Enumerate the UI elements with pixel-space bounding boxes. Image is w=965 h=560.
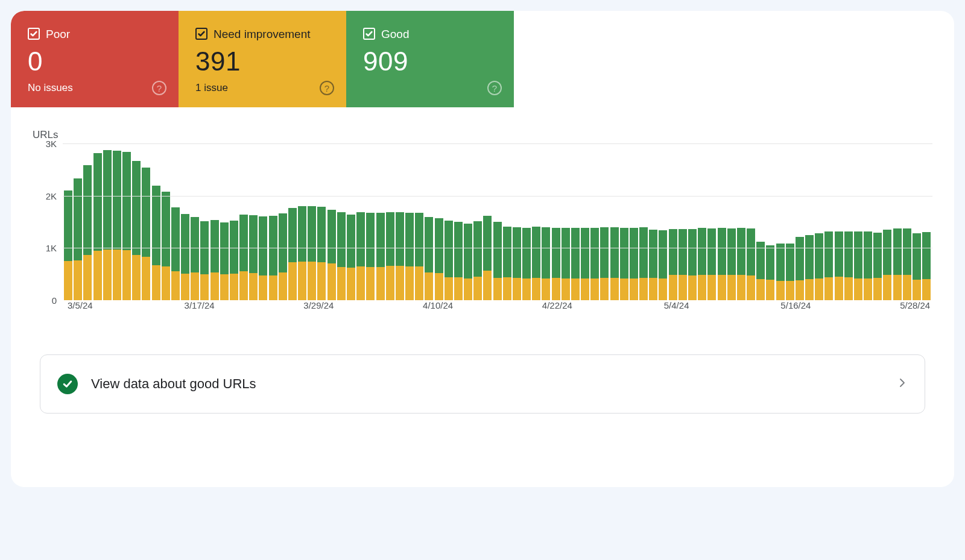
bar[interactable]	[562, 228, 570, 300]
bar-segment-good	[210, 220, 219, 272]
bar[interactable]	[64, 190, 72, 300]
bar[interactable]	[249, 215, 258, 300]
bar[interactable]	[659, 230, 667, 300]
bar[interactable]	[756, 242, 765, 300]
bar[interactable]	[727, 228, 736, 300]
bar[interactable]	[376, 213, 385, 300]
bar[interactable]	[581, 228, 589, 300]
bar[interactable]	[464, 224, 472, 300]
bar[interactable]	[132, 161, 141, 300]
bar[interactable]	[707, 228, 716, 300]
bar[interactable]	[259, 216, 267, 300]
bar[interactable]	[590, 228, 599, 300]
bar[interactable]	[454, 222, 463, 300]
bar[interactable]	[610, 227, 619, 300]
bar[interactable]	[445, 221, 453, 300]
bar[interactable]	[191, 217, 199, 300]
bar[interactable]	[854, 231, 862, 300]
help-icon[interactable]: ?	[152, 81, 166, 95]
help-icon[interactable]: ?	[320, 81, 334, 95]
bar[interactable]	[903, 228, 911, 300]
bar[interactable]	[493, 222, 502, 300]
bar[interactable]	[220, 222, 229, 300]
bar[interactable]	[503, 227, 511, 300]
bar[interactable]	[308, 206, 316, 300]
bar[interactable]	[600, 227, 609, 300]
bar[interactable]	[824, 231, 833, 300]
bar[interactable]	[162, 192, 170, 300]
bar[interactable]	[473, 221, 482, 300]
bar[interactable]	[298, 206, 306, 300]
tile-good[interactable]: Good 909 ?	[346, 11, 514, 107]
bar[interactable]	[649, 230, 657, 300]
bar-segment-good	[191, 217, 199, 272]
bar[interactable]	[239, 215, 248, 300]
bar[interactable]	[571, 228, 580, 300]
bar[interactable]	[288, 208, 297, 300]
bar[interactable]	[669, 229, 677, 300]
bar[interactable]	[630, 228, 638, 300]
bar[interactable]	[815, 233, 823, 300]
bar[interactable]	[113, 151, 121, 300]
bar[interactable]	[181, 214, 189, 300]
bar[interactable]	[405, 213, 414, 300]
bar[interactable]	[698, 228, 706, 300]
bar[interactable]	[327, 210, 336, 300]
bar[interactable]	[796, 237, 804, 300]
bar[interactable]	[366, 213, 375, 300]
bar[interactable]	[230, 221, 238, 300]
bar[interactable]	[269, 216, 277, 300]
bar[interactable]	[171, 207, 180, 300]
bar[interactable]	[542, 227, 550, 300]
bar[interactable]	[747, 228, 755, 300]
bar[interactable]	[786, 244, 794, 300]
tile-need-improvement[interactable]: Need improvement 391 1 issue ?	[179, 11, 346, 107]
bar[interactable]	[805, 235, 814, 300]
bar[interactable]	[356, 212, 365, 300]
bar[interactable]	[893, 228, 902, 300]
bar[interactable]	[152, 186, 160, 300]
bar[interactable]	[347, 215, 355, 300]
help-icon[interactable]: ?	[487, 81, 502, 95]
bar[interactable]	[776, 244, 785, 300]
bar[interactable]	[415, 213, 423, 300]
bar[interactable]	[532, 227, 540, 300]
bar[interactable]	[396, 212, 404, 300]
bar[interactable]	[317, 207, 326, 300]
bar[interactable]	[425, 217, 433, 300]
bar[interactable]	[922, 232, 931, 300]
bar[interactable]	[83, 165, 92, 300]
bar[interactable]	[737, 228, 745, 300]
bar-segment-good	[903, 228, 911, 275]
bar[interactable]	[74, 178, 82, 300]
bar[interactable]	[210, 220, 219, 300]
bar[interactable]	[864, 231, 872, 300]
bar[interactable]	[620, 228, 628, 300]
bar[interactable]	[552, 228, 560, 300]
bar[interactable]	[435, 218, 443, 300]
bar[interactable]	[679, 229, 687, 300]
tile-poor[interactable]: Poor 0 No issues ?	[11, 11, 179, 107]
bar[interactable]	[142, 168, 150, 300]
bar[interactable]	[386, 212, 394, 300]
bar[interactable]	[883, 230, 891, 300]
view-good-urls-row[interactable]: View data about good URLs	[40, 354, 925, 414]
bar[interactable]	[522, 228, 531, 300]
bar[interactable]	[200, 221, 209, 300]
bar[interactable]	[122, 152, 131, 300]
bar[interactable]	[844, 231, 853, 300]
bar-segment-good	[796, 237, 804, 280]
bar[interactable]	[913, 233, 921, 300]
bar[interactable]	[103, 150, 112, 300]
bar[interactable]	[873, 233, 882, 300]
bar[interactable]	[718, 228, 726, 300]
bar[interactable]	[688, 229, 697, 300]
bar[interactable]	[279, 213, 287, 300]
bar[interactable]	[513, 227, 521, 300]
bar[interactable]	[337, 212, 346, 300]
bar[interactable]	[483, 216, 492, 300]
bar[interactable]	[639, 227, 648, 300]
bar[interactable]	[766, 245, 774, 300]
bar[interactable]	[835, 231, 843, 300]
bar[interactable]	[93, 153, 102, 300]
